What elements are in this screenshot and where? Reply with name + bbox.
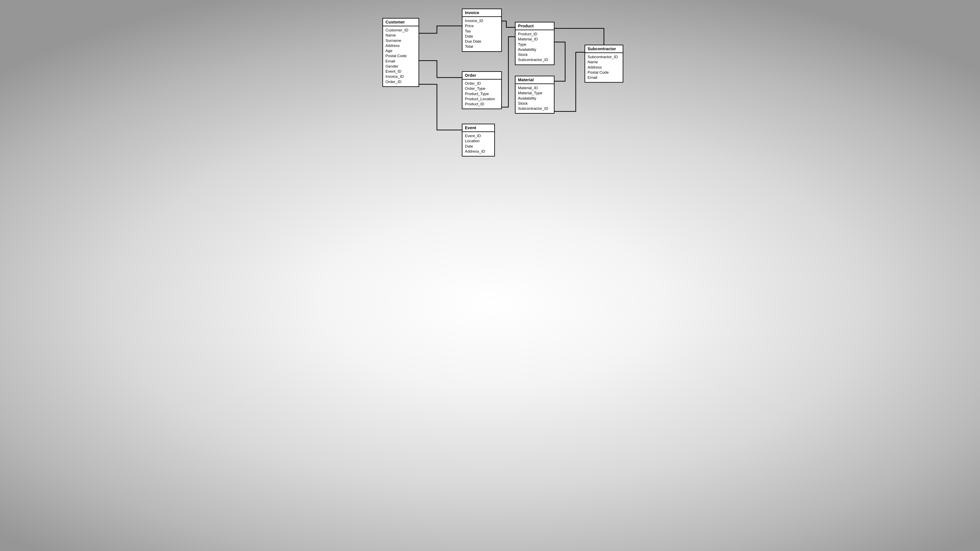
field: Email (385, 59, 416, 64)
field: Due Date (465, 39, 499, 44)
field: Material_Type (518, 91, 552, 95)
entity-invoice: Invoice Invoice_IDPriceTaxDateDue DateTo… (462, 9, 502, 52)
field: Stock (518, 52, 552, 57)
connector-invoice-product (502, 21, 515, 27)
entity-order: Order Order_IDOrder_TypeProduct_TypeProd… (462, 71, 502, 109)
field: Address (588, 65, 620, 70)
entity-title: Product (515, 22, 554, 30)
field: Event_ID (465, 133, 492, 138)
entity-fields: Order_IDOrder_TypeProduct_TypeProduct_Lo… (463, 79, 501, 109)
field: Product_Type (465, 91, 499, 96)
field: Address_ID (465, 149, 492, 154)
er-diagram: Customer Customer_IDNameSurnameAddressAg… (343, 0, 637, 165)
field: Gender (385, 64, 416, 69)
field: Event_ID (385, 69, 416, 74)
connector-customer-order (419, 60, 462, 78)
field: Invoice_ID (385, 74, 416, 79)
field: Product_ID (465, 102, 499, 106)
connector-customer-event (419, 84, 462, 130)
entity-fields: Material_IDMaterial_TypeAvailabilityStoc… (515, 84, 554, 113)
entity-subcontractor: Subcontractor Subcontractor_IDNameAddres… (584, 45, 623, 83)
field: Stock (518, 101, 552, 106)
entity-fields: Customer_IDNameSurnameAddressAgePostal C… (383, 26, 418, 86)
entity-title: Material (515, 76, 554, 84)
field: Subcontractor_ID (518, 57, 552, 62)
field: Order_Type (465, 86, 499, 91)
entity-title: Order (463, 72, 501, 79)
entity-fields: Invoice_IDPriceTaxDateDue DateTotal (463, 17, 501, 51)
entity-product: Product Product_IDMaterial_IDTypeAvailab… (515, 22, 555, 65)
field: Date (465, 144, 492, 149)
field: Invoice_ID (465, 18, 499, 23)
entity-material: Material Material_IDMaterial_TypeAvailab… (515, 76, 555, 114)
field: Product_Location (465, 96, 499, 102)
entity-title: Subcontractor (585, 45, 623, 53)
field: Availability (518, 47, 552, 52)
field: Subcontractor_ID (588, 54, 620, 59)
field: Date (465, 34, 499, 39)
connector-product-subcontractor (555, 29, 604, 45)
field: Address (385, 43, 416, 48)
connector-product-material (555, 42, 565, 81)
field: Location (465, 138, 492, 143)
field: Tax (465, 29, 499, 34)
field: Name (385, 33, 416, 38)
field: Product_ID (518, 32, 552, 37)
entity-title: Customer (383, 19, 418, 26)
entity-fields: Product_IDMaterial_IDTypeAvailabilitySto… (515, 30, 554, 65)
field: Total (465, 44, 499, 49)
field: Age (385, 48, 416, 53)
connector-material-subcontractor (555, 52, 584, 111)
entity-title: Event (463, 124, 494, 132)
field: Customer_ID (385, 27, 416, 33)
field: Postal Code (588, 70, 620, 75)
field: Availability (518, 96, 552, 101)
field: Type (518, 42, 552, 47)
entity-title: Invoice (463, 9, 501, 17)
entity-fields: Subcontractor_IDNameAddressPostal CodeEm… (585, 53, 623, 82)
field: Order_ID (465, 81, 499, 86)
field: Material_ID (518, 85, 552, 91)
entity-customer: Customer Customer_IDNameSurnameAddressAg… (382, 18, 419, 87)
field: Surname (385, 38, 416, 43)
field: Email (588, 75, 620, 80)
entity-fields: Event_IDLocationDateAddress_ID (463, 132, 494, 156)
field: Name (588, 59, 620, 65)
entity-event: Event Event_IDLocationDateAddress_ID (462, 124, 495, 157)
field: Postal Code (385, 53, 416, 58)
connector-order-product (502, 37, 515, 107)
field: Price (465, 23, 499, 29)
field: Material_ID (518, 37, 552, 41)
connector-customer-invoice (419, 26, 462, 33)
field: Order_ID (385, 79, 416, 84)
field: Subcontractor_ID (518, 106, 552, 111)
